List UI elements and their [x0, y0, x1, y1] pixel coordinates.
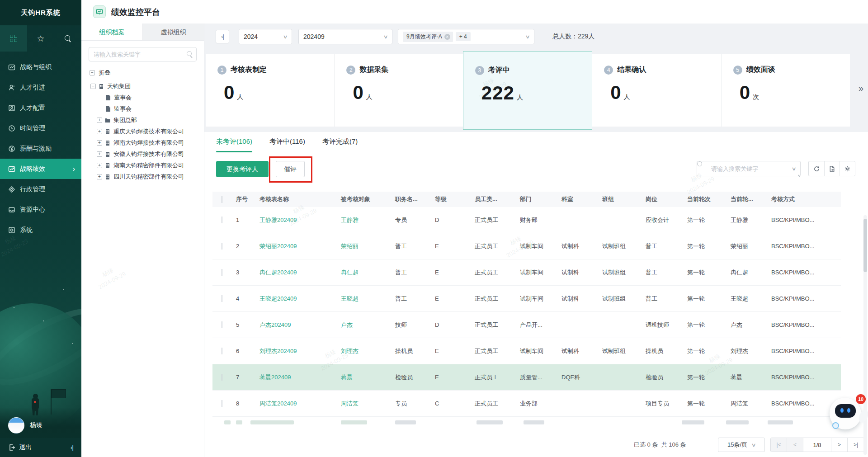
cell-target[interactable]: 蒋晨	[337, 373, 392, 382]
prev-page-button[interactable]: <	[787, 438, 803, 452]
tab-org-archive[interactable]: 组织档案	[81, 24, 142, 40]
expand-toggle-icon[interactable]: +	[97, 129, 102, 134]
urge-evaluation-button[interactable]: 催评	[276, 161, 305, 177]
tree-node-company[interactable]: + 安徽大钧焊接技术有限公司	[81, 148, 204, 160]
tab-evaluation-done[interactable]: 考评完成(7)	[322, 137, 358, 152]
tree-node-folder[interactable]: + 集团总部	[81, 114, 204, 126]
tree-node-company[interactable]: + 湖南大钧焊接技术有限公司	[81, 137, 204, 148]
tree-node-company[interactable]: + 重庆天钧焊接技术有限公司	[81, 126, 204, 137]
table-row[interactable]: 5 卢杰202409 卢杰 技师 D 正式员工 产品开... 调机技师 第一轮 …	[212, 312, 841, 338]
tab-virtual-org[interactable]: 虚拟组织	[142, 24, 204, 40]
avatar[interactable]	[8, 417, 24, 433]
page-size-select[interactable]: 15条/页 ∨	[718, 438, 765, 452]
sidebar-collapse-icon[interactable]: ‹|	[71, 444, 73, 451]
stage-card[interactable]: 5 绩效面谈 0次	[721, 54, 850, 127]
cell-assessment-name[interactable]: 卢杰202409	[256, 321, 337, 329]
next-page-button[interactable]: >	[831, 438, 848, 452]
tab-not-evaluated[interactable]: 未考评(106)	[216, 137, 252, 152]
row-checkbox[interactable]	[222, 400, 222, 407]
sidebar-item-strategic-performance[interactable]: 战略绩效 ›	[0, 159, 81, 179]
expand-toggle-icon[interactable]: +	[97, 163, 102, 168]
row-checkbox[interactable]	[222, 269, 222, 276]
stage-card[interactable]: 4 结果确认 0人	[592, 54, 721, 127]
period-select[interactable]: 202409 ∨	[298, 29, 392, 44]
row-checkbox[interactable]	[222, 348, 222, 354]
cell-assessment-name[interactable]: 刘理杰202409	[256, 347, 337, 355]
cell-emp-type: 正式员工	[471, 347, 516, 355]
sidebar-item-talent-intro[interactable]: 人才引进	[0, 77, 81, 98]
sidebar-item-compensation[interactable]: 薪酬与激励	[0, 138, 81, 159]
cell-assessment-name[interactable]: 荣绍丽202409	[256, 242, 337, 250]
assistant-robot[interactable]: 10	[830, 394, 865, 432]
table-search-input[interactable]	[711, 165, 779, 172]
cell-target[interactable]: 冉仁超	[337, 269, 392, 277]
last-page-button[interactable]: >|	[848, 438, 864, 452]
page-indicator: 1/8	[803, 438, 831, 452]
stage-card[interactable]: 3 考评中 222人	[463, 51, 592, 130]
logout-label[interactable]: 退出	[19, 443, 32, 452]
plan-multiselect[interactable]: 9月绩效考评-A × + 4 ∨	[398, 29, 534, 44]
tree-node-doc[interactable]: 监事会	[81, 103, 204, 114]
cell-target[interactable]: 王静雅	[337, 216, 392, 224]
row-checkbox[interactable]	[222, 217, 222, 223]
expand-toggle-icon[interactable]: +	[97, 118, 102, 123]
year-select[interactable]: 2024 ∨	[239, 29, 292, 44]
cell-target[interactable]: 刘理杰	[337, 347, 392, 355]
tree-node-label: 重庆天钧焊接技术有限公司	[113, 127, 184, 136]
table-row[interactable]: 6 刘理杰202409 刘理杰 操机员 E 正式员工 试制车间 试制科 试制班组…	[212, 338, 841, 364]
select-all-checkbox[interactable]	[222, 196, 222, 203]
tree-node-group[interactable]: − 天钧集团	[81, 80, 204, 92]
expand-toggle-icon[interactable]: +	[97, 174, 102, 179]
change-evaluator-button[interactable]: 更换考评人	[216, 161, 269, 177]
panel-collapse-button[interactable]: ‹|	[216, 30, 229, 43]
tree-node-label: 董事会	[114, 94, 132, 102]
column-settings-button[interactable]	[840, 161, 855, 176]
cell-assessment-name[interactable]: 王晓超202409	[256, 295, 337, 303]
cell-target[interactable]: 周洁笼	[337, 400, 392, 408]
cell-assessment-name[interactable]: 周洁笼202409	[256, 400, 337, 408]
table-row[interactable]: 7 蒋晨202409 蒋晨 检验员 E 正式员工 质量管... DQE科 检验员…	[212, 364, 841, 391]
apps-grid-button[interactable]	[0, 25, 27, 52]
tree-node-company[interactable]: + 湖南天钧精密部件有限公司	[81, 160, 204, 171]
table-row[interactable]: 8 周洁笼202409 周洁笼 专员 C 正式员工 业务部 项目专员 第一轮 周…	[212, 391, 841, 417]
table-row[interactable]: 3 冉仁超202409 冉仁超 普工 E 正式员工 试制车间 试制科 试制班组 …	[212, 259, 841, 286]
sidebar-item-resource-center[interactable]: 资源中心	[0, 199, 81, 220]
expand-toggle-icon[interactable]: +	[97, 140, 102, 146]
row-checkbox[interactable]	[222, 295, 222, 302]
collapse-toggle-icon[interactable]: −	[90, 84, 96, 89]
tree-collapse-row[interactable]: − 折叠	[90, 69, 204, 77]
table-row[interactable]: 4 王晓超202409 王晓超 普工 E 正式员工 试制车间 试制科 试制班组 …	[212, 286, 841, 312]
stage-card[interactable]: 2 数据采集 0人	[334, 54, 463, 127]
refresh-button[interactable]	[809, 161, 824, 176]
cell-assessment-name[interactable]: 蒋晨202409	[256, 373, 337, 382]
org-search-input[interactable]	[94, 47, 184, 61]
favorites-button[interactable]: ☆	[27, 25, 54, 52]
sidebar-item-admin[interactable]: 行政管理	[0, 179, 81, 199]
table-row[interactable]: 2 荣绍丽202409 荣绍丽 普工 E 正式员工 试制车间 试制科 试制班组 …	[212, 233, 841, 259]
cell-target[interactable]: 荣绍丽	[337, 242, 392, 250]
sidebar-item-time-mgmt[interactable]: 时间管理	[0, 118, 81, 138]
stage-card[interactable]: 1 考核表制定 0人	[206, 54, 334, 127]
user-row[interactable]: 杨臻	[0, 415, 81, 436]
first-page-button[interactable]: |<	[771, 438, 787, 452]
tag-remove-icon[interactable]: ×	[444, 34, 450, 40]
tree-node-doc[interactable]: 董事会	[81, 92, 204, 103]
export-button[interactable]	[824, 161, 840, 176]
sidebar-item-strategy-org[interactable]: 战略与组织	[0, 57, 81, 77]
tree-node-company[interactable]: + 四川天钧精密部件有限公司	[81, 171, 204, 182]
cell-target[interactable]: 王晓超	[337, 295, 392, 303]
table-row[interactable]: 1 王静雅202409 王静雅 专员 D 正式员工 财务部 应收会计 第一轮 王…	[212, 207, 841, 233]
expand-toggle-icon[interactable]: +	[97, 151, 102, 157]
row-checkbox[interactable]	[222, 374, 222, 381]
scrollbar-thumb[interactable]	[863, 219, 867, 272]
sidebar-item-system[interactable]: 系统	[0, 220, 81, 240]
sidebar-search-button[interactable]	[54, 25, 81, 52]
cell-assessment-name[interactable]: 王静雅202409	[256, 216, 337, 224]
cell-target[interactable]: 卢杰	[337, 321, 392, 329]
tab-evaluating[interactable]: 考评中(116)	[269, 137, 305, 152]
row-checkbox[interactable]	[222, 243, 222, 250]
sidebar-item-talent-config[interactable]: 人才配置	[0, 98, 81, 118]
expand-right-icon[interactable]: »	[859, 83, 863, 94]
row-checkbox[interactable]	[222, 321, 222, 328]
cell-assessment-name[interactable]: 冉仁超202409	[256, 269, 337, 277]
